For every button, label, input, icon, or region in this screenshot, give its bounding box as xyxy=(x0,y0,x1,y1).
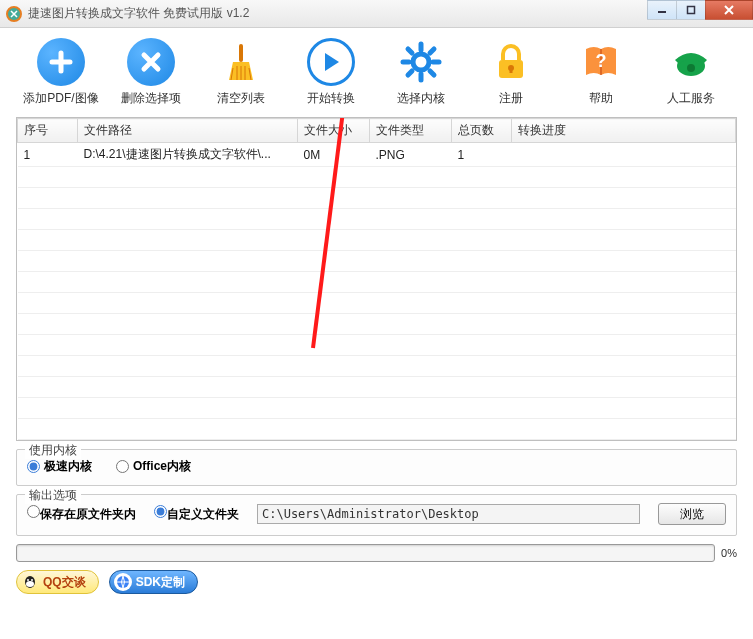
svg-rect-15 xyxy=(510,68,513,73)
custom-folder-radio[interactable]: 自定义文件夹 xyxy=(154,505,239,523)
svg-line-11 xyxy=(430,49,434,53)
svg-point-24 xyxy=(31,579,33,581)
toolbar-label: 开始转换 xyxy=(307,90,355,107)
phone-icon xyxy=(669,40,713,84)
cell-path: D:\4.21\捷速图片转换成文字软件\... xyxy=(78,143,298,167)
qq-icon xyxy=(21,573,39,591)
bottom-buttons: QQ交谈 SDK定制 xyxy=(0,562,753,602)
cell-progress xyxy=(512,143,736,167)
col-path: 文件路径 xyxy=(78,119,298,143)
cell-type: .PNG xyxy=(370,143,452,167)
help-book-icon: ? xyxy=(580,41,622,83)
play-icon xyxy=(320,51,342,73)
toolbar: 添加PDF/图像 删除选择项 清空列表 开始转换 选择内核 注册 ? 帮助 人工… xyxy=(0,28,753,113)
svg-rect-3 xyxy=(239,44,243,62)
section-title: 使用内核 xyxy=(25,442,81,459)
svg-rect-2 xyxy=(688,7,695,14)
register-button[interactable]: 注册 xyxy=(466,38,556,107)
progress-row: 0% xyxy=(16,544,737,562)
select-kernel-button[interactable]: 选择内核 xyxy=(376,38,466,107)
sdk-custom-button[interactable]: SDK定制 xyxy=(109,570,198,594)
table-row[interactable]: 1 D:\4.21\捷速图片转换成文字软件\... 0M .PNG 1 xyxy=(18,143,736,167)
cell-size: 0M xyxy=(298,143,370,167)
col-size: 文件大小 xyxy=(298,119,370,143)
start-convert-button[interactable]: 开始转换 xyxy=(286,38,376,107)
svg-point-4 xyxy=(413,54,429,70)
toolbar-label: 清空列表 xyxy=(217,90,265,107)
cell-seq: 1 xyxy=(18,143,78,167)
svg-line-9 xyxy=(408,49,412,53)
col-pages: 总页数 xyxy=(452,119,512,143)
minimize-button[interactable] xyxy=(647,0,677,20)
progress-percent: 0% xyxy=(721,547,737,559)
toolbar-label: 选择内核 xyxy=(397,90,445,107)
window-controls xyxy=(648,0,753,22)
broom-icon xyxy=(219,40,263,84)
help-button[interactable]: ? 帮助 xyxy=(556,38,646,107)
toolbar-label: 注册 xyxy=(499,90,523,107)
qq-chat-button[interactable]: QQ交谈 xyxy=(16,570,99,594)
plus-icon xyxy=(48,49,74,75)
kernel-office-radio[interactable]: Office内核 xyxy=(116,458,191,475)
toolbar-label: 删除选择项 xyxy=(121,90,181,107)
col-seq: 序号 xyxy=(18,119,78,143)
add-pdf-image-button[interactable]: 添加PDF/图像 xyxy=(16,38,106,107)
maximize-button[interactable] xyxy=(676,0,706,20)
svg-text:?: ? xyxy=(596,51,607,71)
app-icon xyxy=(6,6,22,22)
col-progress: 转换进度 xyxy=(512,119,736,143)
browse-button[interactable]: 浏览 xyxy=(658,503,726,525)
svg-line-10 xyxy=(430,71,434,75)
gear-icon xyxy=(399,40,443,84)
window-title: 捷速图片转换成文字软件 免费试用版 v1.2 xyxy=(28,5,249,22)
section-title: 输出选项 xyxy=(25,487,81,504)
lock-icon xyxy=(491,42,531,82)
toolbar-label: 添加PDF/图像 xyxy=(23,90,98,107)
toolbar-label: 人工服务 xyxy=(667,90,715,107)
x-icon xyxy=(139,50,163,74)
globe-icon xyxy=(114,573,132,591)
kernel-fast-radio[interactable]: 极速内核 xyxy=(27,458,92,475)
toolbar-label: 帮助 xyxy=(589,90,613,107)
kernel-section: 使用内核 极速内核 Office内核 xyxy=(16,449,737,486)
svg-point-22 xyxy=(26,581,34,587)
progress-bar xyxy=(16,544,715,562)
svg-point-23 xyxy=(27,579,29,581)
titlebar: 捷速图片转换成文字软件 免费试用版 v1.2 xyxy=(0,0,753,28)
output-section: 输出选项 保存在原文件夹内 自定义文件夹 浏览 xyxy=(16,494,737,536)
svg-line-12 xyxy=(408,71,412,75)
clear-list-button[interactable]: 清空列表 xyxy=(196,38,286,107)
output-path-input[interactable] xyxy=(257,504,640,524)
col-type: 文件类型 xyxy=(370,119,452,143)
close-button[interactable] xyxy=(705,0,753,20)
cell-pages: 1 xyxy=(452,143,512,167)
save-original-radio[interactable]: 保存在原文件夹内 xyxy=(27,505,136,523)
delete-selection-button[interactable]: 删除选择项 xyxy=(106,38,196,107)
file-table[interactable]: 序号 文件路径 文件大小 文件类型 总页数 转换进度 1 D:\4.21\捷速图… xyxy=(16,117,737,441)
table-header-row: 序号 文件路径 文件大小 文件类型 总页数 转换进度 xyxy=(18,119,736,143)
support-button[interactable]: 人工服务 xyxy=(646,38,736,107)
svg-point-19 xyxy=(687,64,695,72)
